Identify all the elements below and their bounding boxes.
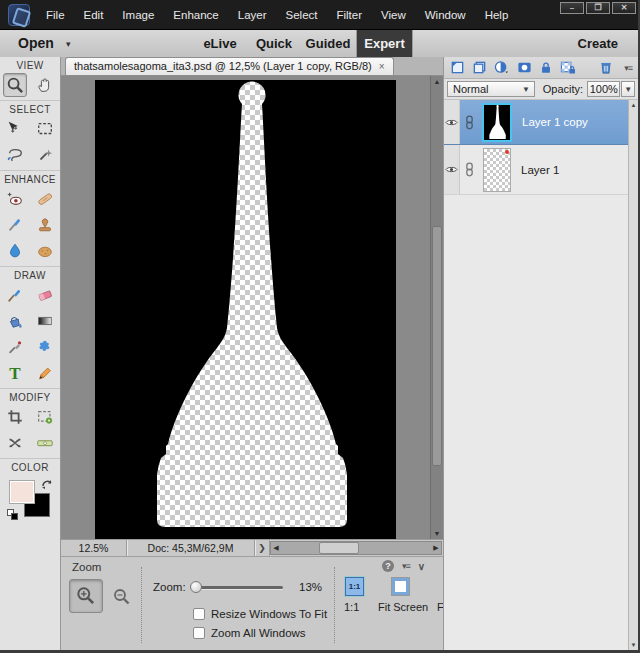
default-colors-icon[interactable] xyxy=(7,509,18,520)
status-zoom-level[interactable]: 12.5% xyxy=(61,540,127,556)
menu-help[interactable]: Help xyxy=(485,9,509,21)
scroll-left-icon[interactable]: ◀ xyxy=(271,542,281,554)
new-group-icon[interactable] xyxy=(472,60,487,75)
foreground-color-swatch[interactable] xyxy=(9,480,35,504)
link-cell[interactable] xyxy=(460,162,478,177)
visibility-cell[interactable] xyxy=(444,100,460,144)
options-menu-icon[interactable]: ▾≡ xyxy=(402,561,410,571)
tab-guided[interactable]: Guided xyxy=(302,30,354,58)
zoom-tool-icon[interactable] xyxy=(3,73,27,97)
maximize-button[interactable]: ❐ xyxy=(586,2,610,14)
lock-transparent-pixels-icon[interactable] xyxy=(560,60,576,75)
custom-shape-tool-icon[interactable] xyxy=(33,335,57,359)
canvas[interactable] xyxy=(95,80,396,539)
fit-screen-button[interactable] xyxy=(391,577,410,596)
menu-enhance[interactable]: Enhance xyxy=(173,9,218,21)
new-adjustment-layer-icon[interactable] xyxy=(494,60,510,75)
blend-mode-dropdown[interactable]: Normal ▼ xyxy=(447,81,535,97)
layer-row-layer-1[interactable]: Layer 1 xyxy=(444,145,638,195)
scroll-up-icon[interactable]: ▲ xyxy=(629,102,638,108)
minimize-button[interactable]: – xyxy=(560,2,584,14)
zoom-in-button[interactable] xyxy=(69,579,103,613)
zoom-slider-thumb[interactable] xyxy=(190,581,202,593)
status-collapse-icon[interactable]: ❯ xyxy=(255,540,270,556)
eyedropper-tool-icon[interactable] xyxy=(3,335,27,359)
menu-window[interactable]: Window xyxy=(425,9,466,21)
canvas-viewport[interactable]: ▲ ▼ xyxy=(61,76,443,539)
hand-tool-icon[interactable] xyxy=(33,73,57,97)
recompose-tool-icon[interactable] xyxy=(33,405,57,429)
menu-image[interactable]: Image xyxy=(122,9,154,21)
zoom-all-windows-checkbox[interactable] xyxy=(193,627,205,639)
document-tab[interactable]: thatsamolesagoma_ita3.psd @ 12,5% (Layer… xyxy=(65,57,394,75)
menu-filter[interactable]: Filter xyxy=(336,9,362,21)
opacity-value-box[interactable]: 100% xyxy=(587,81,620,97)
collapse-panel-icon[interactable]: ∨ xyxy=(418,561,425,572)
vertical-scrollbar[interactable]: ▲ ▼ xyxy=(430,76,443,539)
photoshop-elements-window: File Edit Image Enhance Layer Select Fil… xyxy=(0,0,640,653)
open-dropdown-arrow-icon[interactable]: ▾ xyxy=(66,39,71,49)
eraser-tool-icon[interactable] xyxy=(33,283,57,307)
tab-quick[interactable]: Quick xyxy=(250,30,298,58)
status-doc-size[interactable]: Doc: 45,3M/62,9M xyxy=(127,540,255,556)
move-tool-icon[interactable] xyxy=(3,117,27,141)
zoom-out-button[interactable] xyxy=(111,586,133,608)
smart-brush-tool-icon[interactable] xyxy=(3,213,27,237)
eye-icon[interactable] xyxy=(445,118,458,127)
layer-name[interactable]: Layer 1 copy xyxy=(522,116,588,128)
crop-tool-icon[interactable] xyxy=(3,405,27,429)
pencil-tool-icon[interactable] xyxy=(33,361,57,385)
eye-icon[interactable] xyxy=(445,165,458,174)
clone-stamp-tool-icon[interactable] xyxy=(33,213,57,237)
menu-file[interactable]: File xyxy=(46,9,65,21)
link-cell[interactable] xyxy=(460,115,478,130)
one-to-one-button[interactable]: 1:1 xyxy=(345,577,364,596)
document-tab-close-icon[interactable]: × xyxy=(379,61,385,72)
swap-colors-icon[interactable] xyxy=(41,478,53,490)
visibility-cell[interactable] xyxy=(444,145,460,194)
create-button[interactable]: Create xyxy=(560,30,630,58)
add-layer-mask-icon[interactable] xyxy=(517,60,532,75)
tab-elive[interactable]: eLive xyxy=(196,30,244,58)
lock-all-icon[interactable] xyxy=(539,60,553,75)
scroll-up-icon[interactable]: ▲ xyxy=(431,78,443,85)
sponge-tool-icon[interactable] xyxy=(33,239,57,263)
red-eye-removal-tool-icon[interactable] xyxy=(3,187,27,211)
spot-healing-brush-tool-icon[interactable] xyxy=(33,187,57,211)
horizontal-scroll-thumb[interactable] xyxy=(319,542,359,554)
delete-layer-icon[interactable] xyxy=(599,60,613,75)
layer-row-layer-1-copy[interactable]: Layer 1 copy xyxy=(444,100,638,145)
resize-windows-checkbox[interactable] xyxy=(193,608,205,620)
menu-layer[interactable]: Layer xyxy=(238,9,267,21)
tab-expert[interactable]: Expert xyxy=(356,30,413,58)
menu-select[interactable]: Select xyxy=(286,9,318,21)
help-icon[interactable]: ? xyxy=(382,560,394,572)
layer-thumbnail[interactable] xyxy=(483,148,511,192)
type-tool-icon[interactable]: T xyxy=(3,361,27,385)
straighten-tool-icon[interactable] xyxy=(33,431,57,455)
brush-tool-icon[interactable] xyxy=(3,283,27,307)
horizontal-scrollbar[interactable]: ◀ ▶ xyxy=(270,541,442,555)
layers-scrollbar[interactable]: ▲ ▼ xyxy=(628,100,638,650)
menu-view[interactable]: View xyxy=(381,9,406,21)
paint-bucket-tool-icon[interactable] xyxy=(3,309,27,333)
rectangular-marquee-tool-icon[interactable] xyxy=(33,117,57,141)
scroll-down-icon[interactable]: ▼ xyxy=(431,530,443,537)
vertical-scroll-thumb[interactable] xyxy=(432,226,442,466)
blur-tool-icon[interactable] xyxy=(3,239,27,263)
close-button[interactable]: ✕ xyxy=(612,2,636,14)
quick-selection-tool-icon[interactable] xyxy=(33,143,57,167)
menu-edit[interactable]: Edit xyxy=(84,9,104,21)
content-aware-move-tool-icon[interactable] xyxy=(3,431,27,455)
lasso-tool-icon[interactable] xyxy=(3,143,27,167)
layer-name[interactable]: Layer 1 xyxy=(521,164,559,176)
layer-thumbnail[interactable] xyxy=(482,103,512,142)
open-button[interactable]: Open xyxy=(18,35,54,51)
gradient-tool-icon[interactable] xyxy=(33,309,57,333)
opacity-dropdown-button[interactable]: ▼ xyxy=(621,81,635,97)
new-layer-icon[interactable] xyxy=(450,60,465,75)
zoom-slider[interactable] xyxy=(191,586,283,589)
scroll-right-icon[interactable]: ▶ xyxy=(431,542,441,554)
layers-panel-menu-icon[interactable]: ▾≡ xyxy=(624,63,632,73)
scroll-down-icon[interactable]: ▼ xyxy=(629,642,638,648)
